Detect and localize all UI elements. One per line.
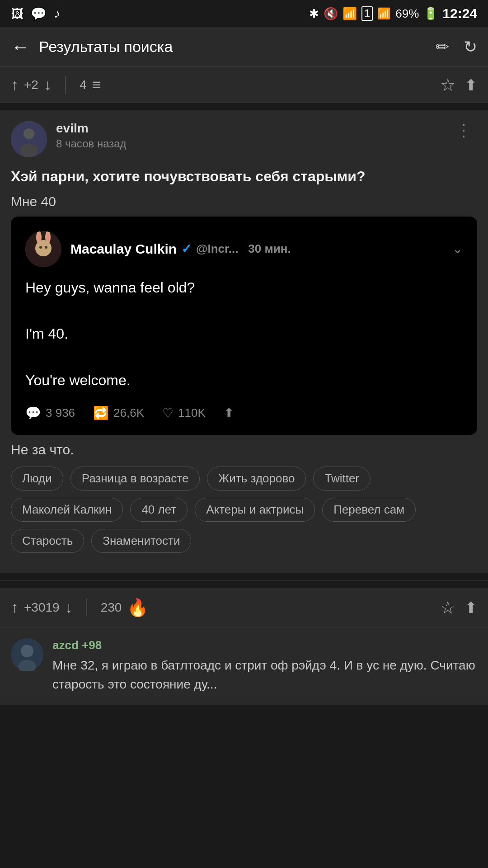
- wifi-icon: 📶: [343, 7, 357, 21]
- clock: 12:24: [442, 6, 477, 21]
- post-meta: evilm 8 часов назад: [56, 121, 450, 150]
- post-card: evilm 8 часов назад ⋮ Хэй парни, хотите …: [0, 110, 488, 573]
- author-avatar: [11, 121, 47, 157]
- tags-container: Люди Разница в возрасте Жить здорово Twi…: [11, 467, 477, 553]
- edit-button[interactable]: ✏: [436, 38, 449, 57]
- verified-icon: ✓: [181, 241, 192, 256]
- tweet-share-icon: ⬆: [224, 406, 234, 420]
- tag-8[interactable]: Старость: [11, 529, 84, 553]
- bluetooth-icon: ✱: [309, 7, 319, 21]
- comment-avatar: [11, 638, 43, 671]
- back-button[interactable]: ←: [11, 36, 30, 58]
- svg-point-10: [45, 246, 47, 249]
- heart-icon: ♡: [162, 406, 174, 420]
- tweet-user-info: Macaulay Culkin ✓ @Incr... 30 мин.: [70, 241, 452, 257]
- tweet-handle: @Incr...: [196, 242, 238, 256]
- tag-9[interactable]: Знаменитости: [91, 529, 191, 553]
- refresh-button[interactable]: ↻: [464, 38, 477, 57]
- bottom-vote-controls: ↑ +3019 ↓: [11, 599, 73, 616]
- svg-point-12: [21, 645, 33, 657]
- tag-5[interactable]: 40 лет: [130, 498, 188, 522]
- tweet-header: Macaulay Culkin ✓ @Incr... 30 мин. ⌄: [25, 231, 463, 267]
- top-action-bar: ↑ +2 ↓ 4 ≡ ☆ ⬆: [0, 67, 488, 103]
- comments-count: 4: [80, 78, 87, 92]
- bottom-divider: [86, 599, 87, 617]
- svg-point-8: [47, 233, 49, 242]
- bottom-comments-count: 230: [101, 600, 122, 615]
- bookmark-button[interactable]: ☆: [440, 75, 455, 95]
- svg-point-7: [38, 233, 40, 242]
- status-icons-right: ✱ 🔇 📶 1 📶 69% 🔋 12:24: [309, 6, 477, 21]
- tweet-replies: 💬 3 936: [25, 406, 75, 420]
- likes-count: 110K: [178, 406, 206, 420]
- svg-point-1: [23, 128, 34, 139]
- tweet-line1: Hey guys, wanna feel old?: [25, 276, 463, 299]
- tag-6[interactable]: Актеры и актрисы: [195, 498, 315, 522]
- comment-content: azcd +98 Мне 32, я играю в батлтоадс и с…: [52, 638, 477, 694]
- tweet-likes: ♡ 110K: [162, 406, 206, 420]
- share-button[interactable]: ⬆: [465, 76, 477, 94]
- tweet-retweets: 🔁 26,6K: [93, 406, 144, 420]
- tweet-stats: 💬 3 936 🔁 26,6K ♡ 110K ⬆: [25, 406, 463, 420]
- vote-controls: ↑ +2 ↓: [11, 76, 52, 94]
- post-more-button[interactable]: ⋮: [450, 121, 477, 140]
- tweet-content: Hey guys, wanna feel old? I'm 40. You're…: [25, 276, 463, 392]
- avatar-image: [11, 121, 47, 157]
- gallery-icon: 🖼: [11, 6, 23, 21]
- tweet-expand-button[interactable]: ⌄: [452, 241, 463, 256]
- tweet-author-name: Macaulay Culkin ✓ @Incr... 30 мин.: [70, 241, 452, 257]
- tag-2[interactable]: Жить здорово: [207, 467, 306, 491]
- reply-icon: 💬: [25, 406, 41, 420]
- sim-icon: 1: [361, 6, 373, 21]
- bottom-downvote-button[interactable]: ↓: [65, 599, 73, 616]
- svg-point-2: [20, 144, 38, 157]
- tweet-share[interactable]: ⬆: [224, 406, 234, 420]
- post-title: Хэй парни, хотите почувствовать себя ста…: [11, 166, 477, 187]
- status-bar: 🖼 💬 ♪ ✱ 🔇 📶 1 📶 69% 🔋 12:24: [0, 0, 488, 27]
- tweet-line3: You're welcome.: [25, 369, 463, 392]
- replies-count: 3 936: [46, 406, 75, 420]
- tweet-line2: I'm 40.: [25, 322, 463, 345]
- tag-0[interactable]: Люди: [11, 467, 63, 491]
- signal-icon: 📶: [377, 7, 391, 20]
- mute-icon: 🔇: [324, 7, 338, 21]
- status-icons-left: 🖼 💬 ♪: [11, 6, 60, 21]
- post-text-before: Мне 40: [11, 194, 477, 209]
- comment-text: Мне 32, я играю в батлтоадс и стрит оф р…: [52, 656, 477, 694]
- tag-4[interactable]: Маколей Калкин: [11, 498, 123, 522]
- bottom-upvote-button[interactable]: ↑: [11, 599, 19, 616]
- retweet-icon: 🔁: [93, 406, 109, 420]
- comment-score: +98: [82, 638, 102, 652]
- tag-3[interactable]: Twitter: [313, 467, 371, 491]
- hot-icon: 🔥: [127, 598, 148, 618]
- tag-7[interactable]: Перевел сам: [322, 498, 416, 522]
- comment-icon: ≡: [92, 76, 101, 94]
- page-title: Результаты поиска: [39, 38, 436, 56]
- tag-1[interactable]: Разница в возрасте: [70, 467, 200, 491]
- divider: [65, 76, 66, 94]
- tweet-time: 30 мин.: [248, 242, 291, 256]
- bottom-vote-score: +3019: [24, 600, 60, 615]
- downvote-button[interactable]: ↓: [44, 76, 52, 94]
- bottom-share-button[interactable]: ⬆: [465, 599, 477, 617]
- battery-text: 69%: [395, 7, 419, 21]
- comment-username: azcd +98: [52, 638, 477, 652]
- whatsapp-icon: 💬: [31, 6, 47, 21]
- music-icon: ♪: [54, 6, 60, 21]
- bottom-comments[interactable]: 230 🔥: [101, 598, 149, 618]
- retweets-count: 26,6K: [113, 406, 144, 420]
- bottom-bookmark-button[interactable]: ☆: [440, 598, 455, 618]
- tweet-avatar: [25, 231, 61, 267]
- nav-actions: ✏ ↻: [436, 38, 477, 57]
- comments-button[interactable]: 4 ≡: [80, 76, 101, 94]
- post-header: evilm 8 часов назад ⋮: [11, 121, 477, 157]
- post-username: evilm: [56, 121, 450, 136]
- separator: [0, 580, 488, 580]
- bottom-action-bar: ↑ +3019 ↓ 230 🔥 ☆ ⬆: [0, 588, 488, 627]
- vote-score: +2: [24, 78, 38, 92]
- svg-point-9: [39, 246, 42, 249]
- nav-bar: ← Результаты поиска ✏ ↻: [0, 27, 488, 67]
- upvote-button[interactable]: ↑: [11, 76, 19, 94]
- battery-icon: 🔋: [423, 7, 438, 21]
- post-time: 8 часов назад: [56, 137, 450, 150]
